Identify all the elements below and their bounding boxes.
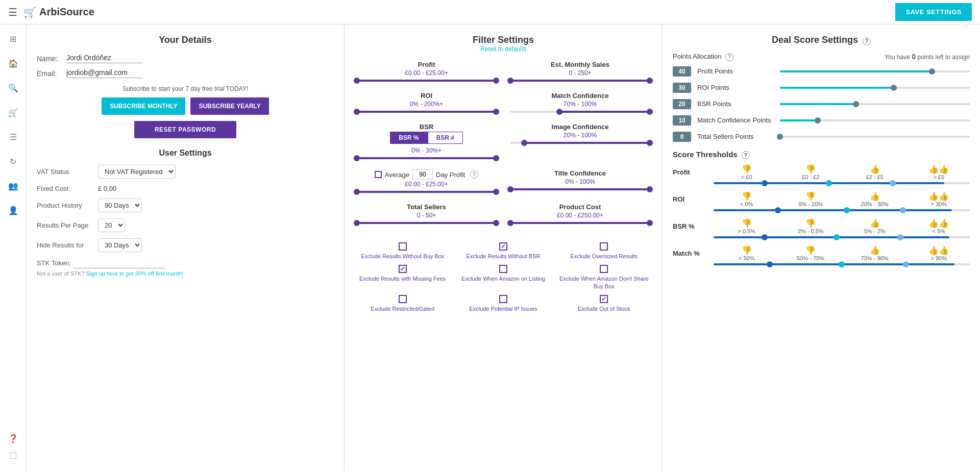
- sidebar-item-profile[interactable]: 👤: [5, 202, 21, 218]
- cb-missing-fees: ✓ Exclude Results with Missing Fees: [355, 265, 450, 290]
- filter-roi-range: 0% - 200%+: [355, 101, 498, 108]
- cb-no-bsr-checkbox[interactable]: ✓: [499, 242, 507, 251]
- filter-total-sellers: Total Sellers 0 - 50+: [355, 203, 498, 227]
- filter-est-sales-track[interactable]: [510, 80, 650, 82]
- cb-no-buy-box-checkbox[interactable]: [399, 242, 407, 251]
- profit-points-row: 40 Profit Points: [673, 66, 970, 77]
- filter-settings-title: Filter Settings: [355, 35, 652, 45]
- hide-results-select[interactable]: 30 Days: [98, 238, 142, 252]
- your-details-title: Your Details: [37, 35, 334, 45]
- reset-defaults-link[interactable]: Reset to defaults: [355, 45, 652, 53]
- stk-token-input[interactable]: [73, 258, 165, 268]
- sidebar-item-users[interactable]: 👥: [5, 178, 21, 194]
- subscribe-monthly-button[interactable]: SUBSCRIBE MONTHLY: [102, 97, 185, 115]
- save-settings-button[interactable]: SAVE SETTINGS: [895, 3, 972, 21]
- fixed-cost-label: Fixed Cost:: [37, 185, 93, 192]
- cb-amazon-listing-checkbox[interactable]: [499, 265, 507, 273]
- product-history-select[interactable]: 90 Days: [98, 199, 142, 212]
- filter-avg-day-track[interactable]: [357, 191, 496, 193]
- thresh-bsr-orange: 👎 2% - 0.5%: [780, 218, 842, 234]
- bsr-points-track[interactable]: [780, 103, 970, 105]
- roi-points-track[interactable]: [780, 87, 970, 89]
- points-alloc-info-icon[interactable]: ?: [725, 53, 733, 61]
- vat-label: VAT Status: [37, 168, 93, 176]
- filter-sellers-track[interactable]: [357, 222, 496, 224]
- thumbs-up-dgreen-match-icon: 👍👍: [928, 245, 949, 255]
- roi-points-row: 30 ROI Points: [673, 83, 970, 93]
- hamburger-icon[interactable]: ☰: [8, 6, 17, 18]
- product-history-row: Product History 90 Days: [37, 199, 334, 212]
- cb-share-buy-box: Exclude When Amazon Don't Share Buy Box: [556, 265, 652, 290]
- thresh-profit-level1: < £0: [741, 174, 752, 180]
- main-layout: ⊞ 🏠 🔍 🛒 ☰ ↻ 👥 👤 ❓ ⬚ Your Details Name: J…: [0, 24, 980, 471]
- thumb-down-orange-icon: 👎: [805, 164, 816, 174]
- filter-product-cost-track[interactable]: [510, 222, 650, 224]
- match-points-track[interactable]: [780, 119, 970, 121]
- cb-share-buy-box-checkbox[interactable]: [600, 265, 608, 273]
- thresh-bsr-track[interactable]: [714, 236, 970, 238]
- thresh-bsr-level2: 2% - 0.5%: [798, 228, 824, 234]
- vat-select[interactable]: Not VAT Registered: [98, 165, 176, 179]
- sidebar-item-search[interactable]: 🔍: [5, 80, 21, 96]
- cb-out-of-stock: ✓ Exclude Out of Stock: [556, 295, 652, 312]
- subscribe-text: Subscribe to start your 7 day free trial…: [37, 85, 334, 92]
- cb-restricted-checkbox[interactable]: [399, 295, 407, 303]
- thresh-roi-track[interactable]: [714, 209, 970, 211]
- thresh-profit-track[interactable]: [714, 182, 970, 184]
- panels-container: Your Details Name: Jordi Ordóñez Email: …: [27, 24, 980, 471]
- avg-day-checkbox[interactable]: [375, 171, 382, 178]
- filter-title-conf-track[interactable]: [510, 188, 650, 190]
- filter-bsr-track[interactable]: [357, 157, 496, 159]
- sidebar-item-signout[interactable]: ⬚: [5, 447, 21, 463]
- filter-settings-panel: Filter Settings Reset to defaults Profit…: [345, 24, 663, 471]
- sellers-points-track[interactable]: [780, 136, 970, 138]
- cb-missing-fees-checkbox[interactable]: ✓: [399, 265, 407, 273]
- filter-match-conf-track[interactable]: [510, 111, 650, 113]
- stk-signup-link[interactable]: Sign up here to get 30% off first month!: [86, 270, 184, 277]
- sidebar-item-refresh[interactable]: ↻: [5, 153, 21, 169]
- thresh-match-level3: 70% - 90%: [861, 255, 889, 261]
- subscribe-yearly-button[interactable]: SUBSCRIBE YEARLY: [190, 97, 268, 115]
- filter-img-conf-track[interactable]: [510, 142, 650, 144]
- sidebar-item-cart[interactable]: 🛒: [5, 104, 21, 120]
- thresh-roi-orange: 👎 0% - 20%: [780, 191, 842, 207]
- filter-sellers-title: Total Sellers: [355, 203, 498, 211]
- avg-day-input[interactable]: [412, 169, 433, 180]
- avg-day-info-icon[interactable]: ?: [470, 170, 478, 179]
- bsr-hash-button[interactable]: BSR #: [428, 132, 463, 144]
- filter-bsr: BSR BSR % BSR # 0% - 30%+: [355, 123, 498, 162]
- thumb-down-orange-roi-icon: 👎: [805, 191, 816, 201]
- sidebar-item-help[interactable]: ❓: [5, 430, 21, 447]
- cb-out-of-stock-checkbox[interactable]: ✓: [600, 295, 608, 303]
- results-per-page-select[interactable]: 20: [98, 218, 125, 232]
- cb-missing-fees-label: Exclude Results with Missing Fees: [359, 275, 446, 282]
- results-per-page-row: Results Per Page 20: [37, 218, 334, 232]
- sidebar-item-grid[interactable]: ⊞: [5, 31, 21, 47]
- bsr-points-row: 20 BSR Points: [673, 99, 970, 109]
- filter-roi-track[interactable]: [357, 111, 496, 113]
- thresh-match-track[interactable]: [714, 263, 970, 265]
- thresh-match-red: 👎 < 50%: [716, 245, 778, 261]
- cb-ip-issues-checkbox[interactable]: [499, 295, 507, 303]
- fixed-cost-value: £ 0.00: [98, 185, 116, 192]
- deal-score-info-icon[interactable]: ?: [863, 37, 871, 45]
- filter-profit-track[interactable]: [357, 80, 496, 82]
- profit-points-track[interactable]: [780, 70, 970, 72]
- cb-no-bsr-label: Exclude Results Without BSR: [467, 253, 541, 260]
- cb-oversized-checkbox[interactable]: [600, 242, 608, 251]
- thumb-down-red-bsr-icon: 👎: [742, 218, 752, 228]
- reset-password-button[interactable]: RESET PASSWORD: [134, 121, 236, 138]
- filter-roi-title: ROI: [355, 92, 498, 100]
- cb-share-buy-box-label: Exclude When Amazon Don't Share Buy Box: [556, 275, 652, 290]
- sidebar-item-list[interactable]: ☰: [5, 129, 21, 145]
- thumb-down-orange-bsr-icon: 👎: [805, 218, 816, 228]
- points-left-info: You have 0 points left to assign: [885, 53, 970, 61]
- sellers-points-badge: 0: [673, 132, 691, 142]
- score-thresh-info-icon[interactable]: ?: [742, 151, 750, 159]
- thresh-profit-green: 👍 £2 - £5: [844, 164, 906, 180]
- filter-profit-range: £0.00 - £25.00+: [355, 69, 498, 77]
- thresh-roi-header: ROI 👎 < 0% 👎 0% - 20% 👍 20% - 30% 👍: [673, 191, 970, 207]
- thresh-roi-level1: < 0%: [740, 201, 753, 207]
- bsr-percent-button[interactable]: BSR %: [390, 132, 427, 144]
- sidebar-item-home[interactable]: 🏠: [5, 55, 21, 71]
